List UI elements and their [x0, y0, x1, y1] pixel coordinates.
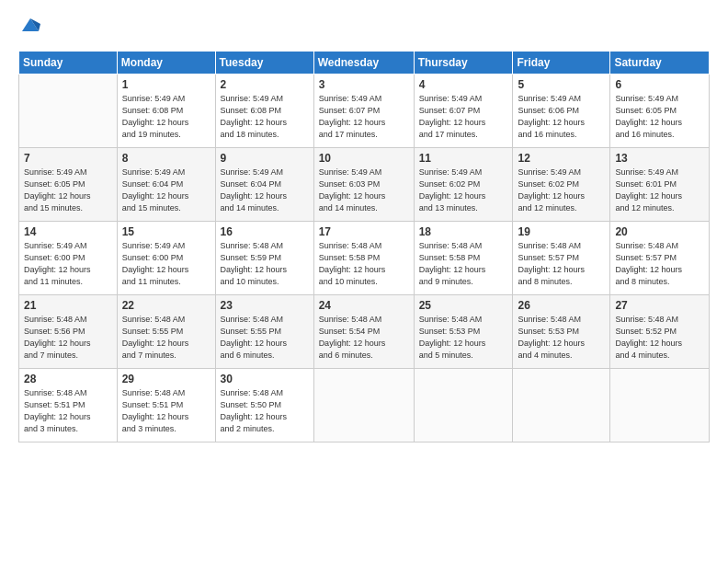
day-info: Sunrise: 5:48 AMSunset: 5:55 PMDaylight:… [122, 314, 210, 362]
day-number: 14 [24, 225, 112, 238]
day-number: 29 [122, 373, 210, 385]
calendar-week-row: 7Sunrise: 5:49 AMSunset: 6:05 PMDaylight… [19, 148, 710, 222]
day-number: 25 [419, 299, 508, 312]
day-number: 19 [518, 225, 605, 238]
calendar-cell: 5Sunrise: 5:49 AMSunset: 6:06 PMDaylight… [513, 75, 610, 148]
day-info: Sunrise: 5:48 AMSunset: 5:59 PMDaylight:… [221, 240, 309, 288]
calendar-cell: 19Sunrise: 5:48 AMSunset: 5:57 PMDayligh… [513, 222, 610, 295]
day-info: Sunrise: 5:49 AMSunset: 6:04 PMDaylight:… [122, 167, 210, 214]
calendar-week-row: 21Sunrise: 5:48 AMSunset: 5:56 PMDayligh… [19, 295, 710, 369]
calendar-cell: 8Sunrise: 5:49 AMSunset: 6:04 PMDaylight… [117, 148, 215, 222]
day-number: 11 [419, 152, 508, 165]
calendar-cell: 21Sunrise: 5:48 AMSunset: 5:56 PMDayligh… [19, 295, 118, 369]
day-info: Sunrise: 5:49 AMSunset: 6:05 PMDaylight:… [615, 93, 704, 141]
logo-icon [20, 15, 40, 35]
day-number: 22 [122, 299, 210, 312]
calendar-cell: 22Sunrise: 5:48 AMSunset: 5:55 PMDayligh… [117, 295, 215, 369]
header [18, 17, 710, 41]
calendar-cell: 30Sunrise: 5:48 AMSunset: 5:50 PMDayligh… [215, 369, 313, 442]
calendar-cell [313, 369, 414, 442]
day-number: 10 [319, 152, 409, 165]
day-number: 28 [24, 373, 112, 385]
day-info: Sunrise: 5:49 AMSunset: 6:06 PMDaylight:… [518, 93, 605, 141]
calendar-cell: 16Sunrise: 5:48 AMSunset: 5:59 PMDayligh… [215, 222, 313, 295]
calendar-cell: 26Sunrise: 5:48 AMSunset: 5:53 PMDayligh… [513, 295, 610, 369]
calendar-cell: 20Sunrise: 5:48 AMSunset: 5:57 PMDayligh… [610, 222, 710, 295]
day-number: 4 [419, 78, 508, 91]
day-info: Sunrise: 5:49 AMSunset: 6:08 PMDaylight:… [122, 93, 210, 141]
calendar-cell: 7Sunrise: 5:49 AMSunset: 6:05 PMDaylight… [19, 148, 118, 222]
weekday-thursday: Thursday [414, 52, 513, 75]
day-number: 9 [221, 152, 309, 165]
calendar-cell: 2Sunrise: 5:49 AMSunset: 6:08 PMDaylight… [215, 75, 313, 148]
day-number: 21 [24, 299, 112, 312]
weekday-monday: Monday [117, 52, 215, 75]
calendar-week-row: 1Sunrise: 5:49 AMSunset: 6:08 PMDaylight… [19, 75, 710, 148]
day-info: Sunrise: 5:48 AMSunset: 5:56 PMDaylight:… [24, 314, 112, 362]
day-number: 15 [122, 225, 210, 238]
calendar-cell: 23Sunrise: 5:48 AMSunset: 5:55 PMDayligh… [215, 295, 313, 369]
calendar-cell: 6Sunrise: 5:49 AMSunset: 6:05 PMDaylight… [610, 75, 710, 148]
weekday-sunday: Sunday [19, 52, 118, 75]
day-info: Sunrise: 5:49 AMSunset: 6:05 PMDaylight:… [24, 167, 112, 214]
day-number: 2 [221, 78, 309, 91]
day-info: Sunrise: 5:48 AMSunset: 5:51 PMDaylight:… [122, 387, 210, 435]
calendar-cell: 27Sunrise: 5:48 AMSunset: 5:52 PMDayligh… [610, 295, 710, 369]
day-info: Sunrise: 5:48 AMSunset: 5:54 PMDaylight:… [319, 314, 409, 362]
weekday-saturday: Saturday [610, 52, 710, 75]
day-info: Sunrise: 5:49 AMSunset: 6:07 PMDaylight:… [319, 93, 409, 141]
day-info: Sunrise: 5:49 AMSunset: 6:08 PMDaylight:… [221, 93, 309, 141]
day-info: Sunrise: 5:48 AMSunset: 5:52 PMDaylight:… [615, 314, 704, 362]
weekday-tuesday: Tuesday [215, 52, 313, 75]
day-info: Sunrise: 5:49 AMSunset: 6:02 PMDaylight:… [419, 167, 508, 214]
calendar-cell: 13Sunrise: 5:49 AMSunset: 6:01 PMDayligh… [610, 148, 710, 222]
day-number: 17 [319, 225, 409, 238]
day-number: 5 [518, 78, 605, 91]
calendar-cell: 12Sunrise: 5:49 AMSunset: 6:02 PMDayligh… [513, 148, 610, 222]
day-info: Sunrise: 5:49 AMSunset: 6:00 PMDaylight:… [24, 240, 112, 288]
weekday-friday: Friday [513, 52, 610, 75]
day-info: Sunrise: 5:49 AMSunset: 6:02 PMDaylight:… [518, 167, 605, 214]
day-number: 16 [221, 225, 309, 238]
day-number: 26 [518, 299, 605, 312]
calendar-cell: 9Sunrise: 5:49 AMSunset: 6:04 PMDaylight… [215, 148, 313, 222]
calendar-cell: 18Sunrise: 5:48 AMSunset: 5:58 PMDayligh… [414, 222, 513, 295]
calendar-cell: 10Sunrise: 5:49 AMSunset: 6:03 PMDayligh… [313, 148, 414, 222]
calendar-cell: 1Sunrise: 5:49 AMSunset: 6:08 PMDaylight… [117, 75, 215, 148]
calendar-cell: 29Sunrise: 5:48 AMSunset: 5:51 PMDayligh… [117, 369, 215, 442]
day-number: 18 [419, 225, 508, 238]
weekday-wednesday: Wednesday [313, 52, 414, 75]
calendar-cell: 17Sunrise: 5:48 AMSunset: 5:58 PMDayligh… [313, 222, 414, 295]
calendar-cell [414, 369, 513, 442]
page: SundayMondayTuesdayWednesdayThursdayFrid… [0, 0, 728, 563]
calendar-cell: 11Sunrise: 5:49 AMSunset: 6:02 PMDayligh… [414, 148, 513, 222]
calendar-cell: 24Sunrise: 5:48 AMSunset: 5:54 PMDayligh… [313, 295, 414, 369]
calendar-table: SundayMondayTuesdayWednesdayThursdayFrid… [18, 51, 710, 442]
calendar-cell: 25Sunrise: 5:48 AMSunset: 5:53 PMDayligh… [414, 295, 513, 369]
day-number: 1 [122, 78, 210, 91]
calendar-cell: 4Sunrise: 5:49 AMSunset: 6:07 PMDaylight… [414, 75, 513, 148]
day-number: 6 [615, 78, 704, 91]
weekday-header-row: SundayMondayTuesdayWednesdayThursdayFrid… [19, 52, 710, 75]
day-info: Sunrise: 5:48 AMSunset: 5:58 PMDaylight:… [419, 240, 508, 288]
day-info: Sunrise: 5:48 AMSunset: 5:53 PMDaylight:… [518, 314, 605, 362]
calendar-week-row: 14Sunrise: 5:49 AMSunset: 6:00 PMDayligh… [19, 222, 710, 295]
calendar-cell: 15Sunrise: 5:49 AMSunset: 6:00 PMDayligh… [117, 222, 215, 295]
day-info: Sunrise: 5:48 AMSunset: 5:51 PMDaylight:… [24, 387, 112, 435]
calendar-cell [19, 75, 118, 148]
day-info: Sunrise: 5:49 AMSunset: 6:01 PMDaylight:… [615, 167, 704, 214]
calendar-week-row: 28Sunrise: 5:48 AMSunset: 5:51 PMDayligh… [19, 369, 710, 442]
calendar-cell [610, 369, 710, 442]
calendar-cell [513, 369, 610, 442]
day-info: Sunrise: 5:48 AMSunset: 5:58 PMDaylight:… [319, 240, 409, 288]
day-number: 12 [518, 152, 605, 165]
day-info: Sunrise: 5:48 AMSunset: 5:53 PMDaylight:… [419, 314, 508, 362]
logo [18, 17, 40, 41]
day-number: 27 [615, 299, 704, 312]
day-info: Sunrise: 5:49 AMSunset: 6:07 PMDaylight:… [419, 93, 508, 141]
calendar-cell: 28Sunrise: 5:48 AMSunset: 5:51 PMDayligh… [19, 369, 118, 442]
day-number: 7 [24, 152, 112, 165]
day-number: 3 [319, 78, 409, 91]
day-number: 20 [615, 225, 704, 238]
day-info: Sunrise: 5:49 AMSunset: 6:03 PMDaylight:… [319, 167, 409, 214]
